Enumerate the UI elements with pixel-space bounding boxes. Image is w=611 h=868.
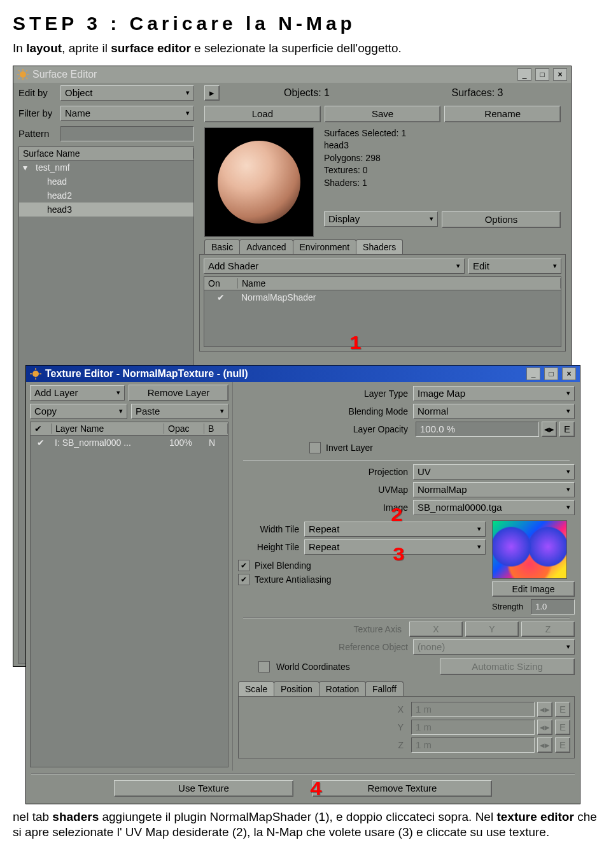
info-selected: Surfaces Selected: 1 bbox=[324, 127, 561, 140]
remove-layer-button[interactable]: Remove Layer bbox=[129, 385, 228, 401]
strength-input[interactable]: 1.0 bbox=[531, 599, 575, 615]
y-spinner: ◂▸ bbox=[537, 720, 552, 735]
info-name: head3 bbox=[324, 139, 561, 152]
minimize-button[interactable]: _ bbox=[526, 367, 540, 380]
opacity-envelope-button[interactable]: E bbox=[559, 422, 575, 437]
svg-line-5 bbox=[18, 70, 20, 71]
pixel-blending-label: Pixel Blending bbox=[255, 560, 311, 571]
layer-name: I: SB_normal000 ... bbox=[51, 438, 165, 448]
list-item-selected[interactable]: head3 bbox=[32, 204, 76, 215]
invert-layer-label: Invert Layer bbox=[326, 443, 373, 453]
x-label: X bbox=[242, 704, 409, 715]
add-layer-dropdown[interactable]: Add Layer bbox=[30, 385, 125, 401]
x-input: 1 m bbox=[411, 702, 535, 717]
surface-name-col: Surface Name bbox=[19, 148, 193, 159]
tab-falloff[interactable]: Falloff bbox=[365, 681, 404, 696]
list-item[interactable]: test_nmf bbox=[32, 162, 74, 173]
layer-col-b: B bbox=[204, 423, 228, 434]
outro-bold-shaders: shaders bbox=[52, 810, 99, 823]
outro-bold-texture-editor: texture editor bbox=[496, 810, 573, 823]
filter-by-dropdown[interactable]: Name bbox=[60, 106, 194, 121]
screenshot-stage: Surface Editor _ □ × Edit by Object Filt… bbox=[13, 66, 586, 804]
load-button[interactable]: Load bbox=[204, 106, 321, 122]
layer-type-dropdown[interactable]: Image Map bbox=[413, 386, 575, 401]
tab-shaders[interactable]: Shaders bbox=[356, 239, 403, 254]
layer-b: N bbox=[205, 438, 228, 448]
app-icon bbox=[17, 69, 29, 80]
texture-aa-checkbox[interactable] bbox=[238, 574, 249, 585]
texture-editor-titlebar[interactable]: Texture Editor - NormalMapTexture - (nul… bbox=[26, 366, 580, 382]
tab-environment[interactable]: Environment bbox=[293, 239, 357, 254]
automatic-sizing-button: Automatic Sizing bbox=[440, 658, 575, 675]
objects-count: Objects: 1 bbox=[223, 87, 390, 99]
callout-3: 3 bbox=[393, 543, 404, 565]
blending-mode-dropdown[interactable]: Normal bbox=[413, 404, 575, 419]
save-button[interactable]: Save bbox=[325, 106, 441, 122]
svg-line-7 bbox=[26, 70, 27, 71]
edit-shader-dropdown[interactable]: Edit bbox=[468, 259, 561, 274]
paste-dropdown[interactable]: Paste bbox=[131, 404, 228, 419]
edit-by-dropdown[interactable]: Object bbox=[60, 85, 194, 101]
world-coordinates-label: World Coordinates bbox=[276, 662, 350, 672]
intro-paragraph: In layout, aprite il surface editor e se… bbox=[13, 41, 598, 57]
rename-button[interactable]: Rename bbox=[444, 106, 561, 122]
remove-texture-button[interactable]: Remove Texture bbox=[313, 780, 492, 797]
layer-type-label: Layer Type bbox=[238, 388, 413, 399]
texture-axis-label: Texture Axis bbox=[238, 624, 407, 634]
uvmap-dropdown[interactable]: NormalMap bbox=[413, 482, 575, 497]
svg-point-0 bbox=[20, 71, 26, 78]
copy-dropdown[interactable]: Copy bbox=[30, 404, 127, 419]
display-dropdown[interactable]: Display bbox=[324, 211, 438, 227]
world-coordinates-checkbox[interactable] bbox=[258, 661, 270, 672]
edit-by-label: Edit by bbox=[18, 87, 57, 98]
maximize-button[interactable]: □ bbox=[535, 68, 549, 81]
layer-row[interactable]: ✔ I: SB_normal000 ... 100% N bbox=[31, 436, 228, 450]
tab-scale[interactable]: Scale bbox=[238, 681, 274, 696]
shader-row[interactable]: ✔ NormalMapShader bbox=[204, 290, 561, 304]
tab-basic[interactable]: Basic bbox=[204, 239, 240, 254]
z-input: 1 m bbox=[411, 737, 535, 753]
list-item[interactable]: head bbox=[32, 176, 71, 187]
list-item[interactable]: head2 bbox=[32, 190, 76, 201]
layer-opacity-input[interactable]: 100.0 % bbox=[416, 422, 539, 437]
svg-point-9 bbox=[32, 371, 39, 377]
surface-list-header: Surface Name bbox=[18, 146, 194, 160]
shader-list-header: On Name bbox=[204, 276, 561, 290]
invert-layer-checkbox[interactable] bbox=[309, 442, 321, 453]
callout-1: 1 bbox=[349, 332, 361, 353]
info-textures: Textures: 0 bbox=[324, 164, 561, 177]
surface-tabs: Basic Advanced Environment Shaders bbox=[199, 239, 566, 254]
height-tile-label: Height Tile bbox=[238, 542, 304, 552]
texture-aa-label: Texture Antialiasing bbox=[255, 574, 332, 585]
close-button[interactable]: × bbox=[562, 367, 576, 380]
pattern-input[interactable] bbox=[60, 126, 194, 141]
outro-paragraph: nel tab shaders aggiungete il plugin Nor… bbox=[13, 809, 598, 841]
options-button[interactable]: Options bbox=[442, 211, 561, 228]
layer-opac: 100% bbox=[165, 438, 205, 448]
layer-col-opac: Opac bbox=[164, 423, 204, 434]
tab-rotation[interactable]: Rotation bbox=[319, 681, 366, 696]
layer-list-header: ✔ Layer Name Opac B bbox=[30, 422, 228, 436]
image-dropdown[interactable]: SB_normal0000.tga bbox=[413, 500, 575, 515]
opacity-spinner[interactable]: ◂▸ bbox=[542, 422, 557, 437]
edit-image-button[interactable]: Edit Image bbox=[492, 581, 575, 597]
maximize-button[interactable]: □ bbox=[544, 367, 558, 380]
blending-mode-label: Blending Mode bbox=[238, 406, 413, 416]
projection-dropdown[interactable]: UV bbox=[413, 464, 575, 480]
pixel-blending-checkbox[interactable] bbox=[238, 560, 249, 571]
y-label: Y bbox=[242, 722, 409, 732]
close-button[interactable]: × bbox=[553, 68, 567, 81]
minimize-button[interactable]: _ bbox=[517, 68, 531, 81]
texture-editor-title: Texture Editor - NormalMapTexture - (nul… bbox=[45, 368, 248, 380]
tab-position[interactable]: Position bbox=[274, 681, 320, 696]
add-shader-dropdown[interactable]: Add Shader bbox=[204, 259, 465, 274]
surface-editor-titlebar[interactable]: Surface Editor _ □ × bbox=[13, 66, 571, 83]
use-texture-button[interactable]: Use Texture bbox=[114, 780, 293, 797]
layer-col-name: Layer Name bbox=[52, 423, 164, 434]
tab-advanced[interactable]: Advanced bbox=[239, 239, 293, 254]
texture-editor-window: Texture Editor - NormalMapTexture - (nul… bbox=[25, 365, 580, 804]
callout-2: 2 bbox=[391, 504, 402, 525]
strength-label: Strength bbox=[492, 602, 528, 611]
play-button[interactable]: ▸ bbox=[204, 85, 220, 101]
axis-z-button: Z bbox=[521, 622, 575, 637]
